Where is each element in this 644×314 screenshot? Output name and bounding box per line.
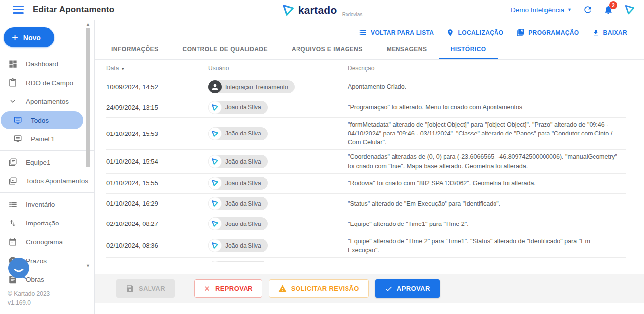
scroll-down-icon[interactable]: ▼ [85,263,91,269]
main-content: VOLTAR PARA LISTA LOCALIZAÇÃO PROGRAMAÇÃ… [95,20,644,314]
row-date: 01/10/2024, 15:55 [106,179,208,187]
row-description: "Coordenadas" alteradas de (0, 0) para (… [348,152,625,170]
sidebar-scrollbar[interactable]: ▲ ▼ [85,21,91,269]
topbar: Editar Apontamento kartado Rodovias Demo… [0,0,644,20]
chevron-down-icon [8,97,18,106]
map-pin-icon [446,29,454,37]
aprovar-button[interactable]: APROVAR [375,279,440,298]
account-menu[interactable]: Demo Inteligência ▼ [511,6,572,14]
menu-icon[interactable] [13,6,24,14]
novo-button[interactable]: + Novo [4,27,54,47]
kartado-avatar-icon [208,217,222,230]
kartado-avatar-icon [208,261,222,262]
tab-mensagens[interactable]: MENSAGENS [375,39,439,59]
sidebar-item-label: Equipe1 [26,159,50,166]
action-label: PROGRAMAÇÃO [528,29,579,36]
notifications-button[interactable]: 2 [603,5,613,15]
sidebar-item-dashboard[interactable]: Dashboard [0,54,94,73]
scrollbar-thumb[interactable] [86,28,90,167]
tab-historico[interactable]: HISTÓRICO [439,39,498,59]
tab-arquivos-e-imagens[interactable]: ARQUIVOS E IMAGENS [280,39,375,59]
footer-action-bar: SALVAR REPROVAR SOLICITAR REVISÃO APROVA… [95,274,644,303]
bookmark-pages-icon [516,28,525,37]
tab-controle-de-qualidade[interactable]: CONTROLE DE QUALIDADE [171,39,280,59]
actions-row: VOLTAR PARA LISTA LOCALIZAÇÃO PROGRAMAÇÃ… [95,20,644,37]
row-user-label: João da SIlva [225,158,261,165]
sidebar-item-rdo-de-campo[interactable]: RDO de Campo [0,73,94,92]
row-user-cell: João da SIlva [208,177,348,190]
sidebar-item-label: Apontamentos [26,98,69,105]
list-icon [359,28,367,37]
pages-icon [8,158,18,167]
user-chip: João da SIlva [208,217,268,230]
scroll-up-icon[interactable]: ▲ [85,21,91,27]
table-row[interactable]: 01/10/2024, 15:53 João da SIlva "formMet… [106,117,626,149]
salvar-button[interactable]: SALVAR [116,279,175,298]
row-user-cell: João da SIlva [208,127,348,140]
row-description: "Rodovia" foi criado com "882 SPA 133/06… [348,179,625,188]
sort-desc-icon: ▼ [121,67,125,71]
warning-icon [278,284,287,293]
sidebar-item-label: Importação [26,220,59,227]
kartado-avatar-icon [208,239,222,252]
row-description: "Status" alterado de "Em Execução" para … [348,199,625,208]
logo-wordmark: kartado [298,4,337,16]
table-row[interactable]: 01/10/2024, 16:29 João da SIlva "Status"… [106,193,626,214]
table-row[interactable]: 02/10/2024, 08:27 João da SIlva "Equipe"… [106,214,626,234]
sidebar-item-todos[interactable]: Todos [1,111,83,129]
column-header-data[interactable]: Data▼ [106,65,208,72]
kartado-avatar-icon [208,101,222,114]
user-chip: João da SIlva [208,239,268,252]
table-row[interactable]: 24/09/2024, 13:15 João da SIlva "Program… [106,97,626,117]
sidebar-group-apontamentos[interactable]: Apontamentos [0,92,94,111]
sidebar-item-painel-1[interactable]: Painel 1 [0,130,94,148]
account-label: Demo Inteligência [511,6,564,14]
table-row[interactable]: 01/10/2024, 15:54 João da SIlva "Coorden… [106,149,626,173]
sidebar-item-cronograma[interactable]: Cronograma [0,232,94,251]
row-user-label: Integração Treinamento [225,84,288,90]
panel-icon [13,116,23,125]
column-header-usuario[interactable]: Usuário [208,65,348,72]
button-label: APROVAR [397,285,430,292]
table-row[interactable]: 04/10/2024, 13:11 João da SIlva "Program… [106,257,626,262]
localizacao-button[interactable]: LOCALIZAÇÃO [446,29,503,37]
sidebar-item-equipe1[interactable]: Equipe1 [0,153,94,172]
table-row[interactable]: 01/10/2024, 15:55 João da SIlva "Rodovia… [106,173,626,193]
column-header-descricao[interactable]: Descrição [348,65,626,72]
row-user-cell: João da SIlva [208,239,348,252]
user-chip: João da SIlva [208,177,268,190]
table-row[interactable]: 02/10/2024, 08:36 João da SIlva "Equipe"… [106,234,626,257]
support-chat-button[interactable] [7,257,32,281]
solicitar-revisao-button[interactable]: SOLICITAR REVISÃO [269,279,369,298]
baixar-button[interactable]: BAIXAR [592,29,627,37]
sidebar: + Novo Dashboard RDO de Campo Apontament… [0,20,95,314]
programacao-button[interactable]: PROGRAMAÇÃO [516,28,579,37]
button-label: SOLICITAR REVISÃO [291,285,359,292]
kartado-avatar-icon [208,127,222,140]
voltar-para-lista-button[interactable]: VOLTAR PARA LISTA [359,28,434,37]
import-export-icon [8,219,18,227]
reprovar-button[interactable]: REPROVAR [194,279,262,298]
action-label: LOCALIZAÇÃO [458,29,503,36]
row-description: "Equipe" alterado de "TIme 2" para "Time… [348,237,625,255]
send-feedback-button[interactable] [624,4,635,15]
table-row[interactable]: 10/09/2024, 14:52 Integração Treinamento… [106,77,626,97]
sidebar-item-inventario[interactable]: Inventário [0,195,94,214]
row-description: Apontamento Criado. [348,82,625,91]
sidebar-item-todos-apontamentos[interactable]: Todos Apontamentos [0,172,94,190]
user-chip: Integração Treinamento [208,80,295,93]
version-text: v1.169.0 [8,298,50,307]
sidebar-divider [0,150,94,151]
tab-informacoes[interactable]: INFORMAÇÕES [99,39,171,59]
sidebar-item-label: Inventário [26,201,55,208]
sidebar-item-importacao[interactable]: Importação [0,214,94,232]
action-label: BAIXAR [603,29,627,36]
refresh-button[interactable] [583,5,593,15]
row-user-cell: João da SIlva [208,155,348,168]
chevron-down-icon: ▼ [567,7,572,12]
calendar-icon [8,237,18,246]
row-user-label: João da SIlva [225,130,261,137]
row-description: "formMetadata" alterado de "[object Obje… [348,120,625,147]
row-date: 24/09/2024, 13:15 [106,104,208,111]
app-logo: kartado Rodovias [282,0,363,20]
